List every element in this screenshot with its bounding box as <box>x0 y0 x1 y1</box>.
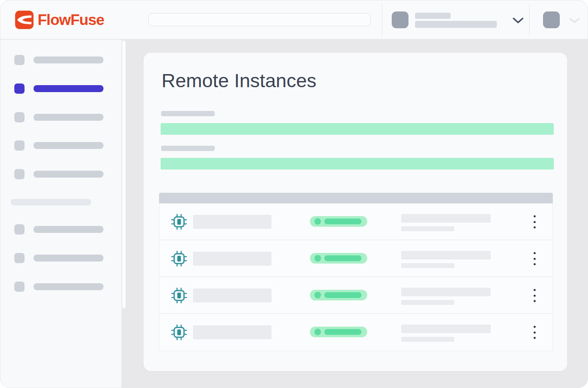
table-row[interactable] <box>159 203 552 240</box>
sidebar-item-5[interactable] <box>0 169 122 180</box>
sidebar-scrollbar-thumb[interactable] <box>122 41 126 308</box>
sidebar-item-3[interactable] <box>0 112 122 123</box>
sidebar-item-8[interactable] <box>0 282 122 292</box>
status-text-placeholder <box>324 292 361 298</box>
status-dot <box>314 218 321 225</box>
meta-subline-placeholder <box>401 300 454 305</box>
status-dot <box>314 329 321 335</box>
table-row[interactable] <box>159 240 552 277</box>
cpu-chip-icon <box>171 324 187 341</box>
nav-label-placeholder <box>34 114 103 121</box>
sidebar-item-4[interactable] <box>0 140 122 151</box>
row-kebab-menu[interactable] <box>532 289 537 302</box>
instance-name-placeholder <box>193 252 272 266</box>
search-input[interactable] <box>148 13 370 26</box>
status-text-placeholder <box>324 219 361 224</box>
nav-icon-placeholder <box>14 112 25 122</box>
nav-icon-placeholder <box>14 55 25 65</box>
nav-icon-placeholder <box>14 224 25 235</box>
nav-label-placeholder <box>34 226 103 233</box>
top-navbar: FlowFuse <box>0 0 588 39</box>
nav-label-placeholder <box>34 85 103 92</box>
sidebar-item-1[interactable] <box>0 55 122 65</box>
sidebar-section-label-placeholder <box>11 199 91 205</box>
user-avatar <box>543 11 560 28</box>
nav-label-placeholder <box>34 171 103 178</box>
team-detail-placeholder <box>415 21 497 28</box>
status-badge <box>310 290 367 300</box>
chevron-down-icon <box>569 18 580 23</box>
instances-table <box>159 193 553 351</box>
chevron-down-icon <box>512 17 524 24</box>
team-name-placeholder <box>415 13 451 19</box>
meta-line-placeholder <box>401 214 491 223</box>
app-window: FlowFuse <box>0 0 588 388</box>
status-dot <box>314 292 321 298</box>
flowfuse-logo-icon <box>15 11 34 29</box>
nav-icon-placeholder <box>14 253 25 263</box>
status-dot <box>314 255 321 262</box>
nav-label-placeholder <box>34 56 103 63</box>
instance-name-placeholder <box>193 289 272 302</box>
form-input-highlighted[interactable] <box>161 123 554 135</box>
cpu-chip-icon <box>171 250 187 267</box>
table-header-placeholder <box>159 193 553 203</box>
nav-icon-placeholder <box>14 282 25 292</box>
sidebar-item-7[interactable] <box>0 253 122 264</box>
status-text-placeholder <box>324 255 361 261</box>
page-title: Remote Instances <box>162 69 316 92</box>
instance-name-placeholder <box>193 325 272 339</box>
meta-subline-placeholder <box>401 337 454 342</box>
team-avatar <box>392 11 408 28</box>
user-account-menu[interactable] <box>543 11 582 28</box>
header-divider <box>382 4 382 36</box>
cpu-chip-icon <box>171 214 187 230</box>
meta-line-placeholder <box>401 251 491 259</box>
nav-label-placeholder <box>34 142 103 149</box>
form-label-placeholder <box>161 111 215 116</box>
instance-name-placeholder <box>193 215 272 229</box>
table-body <box>159 203 553 351</box>
flowfuse-logo[interactable]: FlowFuse <box>15 11 104 29</box>
nav-label-placeholder <box>34 255 103 262</box>
header-divider <box>529 4 530 36</box>
meta-subline-placeholder <box>401 263 454 268</box>
status-text-placeholder <box>324 329 361 335</box>
cpu-chip-icon <box>171 287 187 304</box>
meta-line-placeholder <box>401 288 491 296</box>
row-kebab-menu[interactable] <box>532 326 537 339</box>
main-panel: Remote Instances <box>144 53 567 371</box>
nav-label-placeholder <box>34 283 103 290</box>
form-label-placeholder <box>161 146 215 151</box>
meta-subline-placeholder <box>401 226 454 231</box>
row-kebab-menu[interactable] <box>532 215 537 228</box>
table-row[interactable] <box>159 277 552 314</box>
nav-icon-placeholder <box>14 83 25 94</box>
row-kebab-menu[interactable] <box>532 252 537 265</box>
meta-line-placeholder <box>401 325 491 333</box>
status-badge <box>310 216 367 227</box>
status-badge <box>310 327 367 337</box>
nav-icon-placeholder <box>14 140 25 151</box>
status-badge <box>310 253 367 264</box>
sidebar-nav <box>0 40 122 388</box>
brand-name: FlowFuse <box>38 11 104 29</box>
nav-icon-placeholder <box>14 169 25 179</box>
team-switcher[interactable] <box>392 11 523 28</box>
sidebar-item-6[interactable] <box>0 224 122 235</box>
sidebar-item-2-active[interactable] <box>0 83 122 94</box>
table-row[interactable] <box>159 314 552 351</box>
form-input-highlighted[interactable] <box>161 158 554 169</box>
